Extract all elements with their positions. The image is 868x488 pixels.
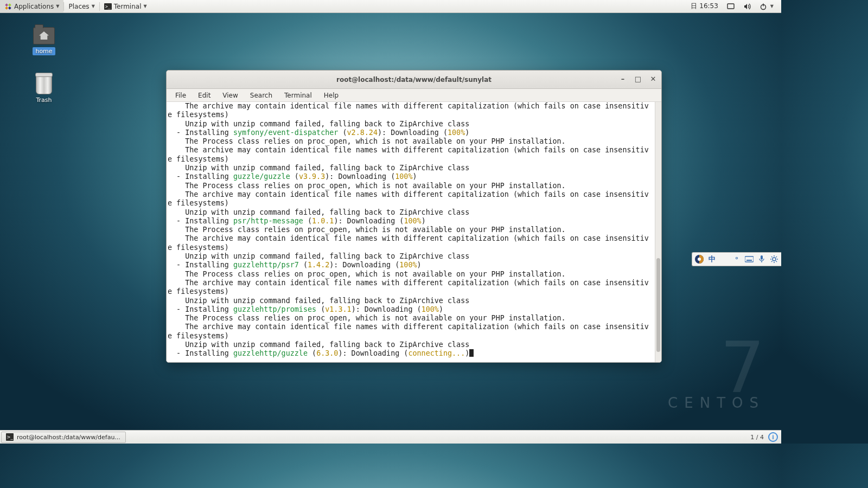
maximize-button[interactable]: □ — [633, 74, 643, 84]
ime-gear-icon[interactable] — [769, 254, 779, 264]
ime-chinese-icon[interactable]: 中 — [707, 254, 717, 264]
menu-help[interactable]: Help — [318, 90, 344, 101]
terminal-titlebar[interactable]: root@localhost:/data/www/default/sunylat… — [167, 70, 661, 89]
centos-watermark: 7 CENTOS — [668, 343, 765, 411]
chevron-down-icon: ▼ — [144, 4, 147, 9]
terminal-output[interactable]: The archive may contain identical file n… — [167, 102, 655, 362]
ime-keyboard-icon[interactable] — [744, 254, 754, 264]
menu-file[interactable]: File — [170, 90, 192, 101]
terminal-window: root@localhost:/data/www/default/sunylat… — [166, 70, 662, 363]
desktop-icon-trash[interactable]: Trash — [24, 74, 63, 104]
workspace-indicator[interactable]: 1 / 4 — [750, 434, 764, 441]
menu-view[interactable]: View — [217, 90, 243, 101]
places-menu[interactable]: Places ▼ — [64, 0, 99, 12]
terminal-app-label: Terminal — [114, 3, 142, 10]
chevron-down-icon: ▼ — [92, 4, 95, 9]
svg-rect-12 — [746, 260, 752, 261]
terminal-app-menu[interactable]: >_ Terminal ▼ — [100, 0, 151, 12]
close-button[interactable]: ✕ — [648, 74, 658, 84]
svg-rect-2 — [5, 3, 8, 7]
trash-icon — [32, 74, 56, 95]
svg-rect-8 — [763, 3, 763, 6]
top-panel-left: Applications ▼ Places ▼ >_ Terminal ▼ — [0, 0, 151, 12]
accessibility-icon[interactable]: i — [768, 432, 778, 442]
svg-rect-11 — [745, 256, 754, 262]
ime-toolbar[interactable]: 中 ° — [692, 252, 781, 266]
terminal-menubar: File Edit View Search Terminal Help — [167, 89, 661, 102]
top-panel-right: 日 16:53 ▼ — [686, 0, 781, 12]
terminal-body: The archive may contain identical file n… — [167, 102, 661, 362]
svg-text:>_: >_ — [105, 4, 111, 9]
clock-label: 日 16:53 — [691, 2, 718, 11]
scrollbar-thumb[interactable] — [656, 258, 660, 352]
terminal-scrollbar[interactable] — [655, 102, 661, 362]
window-buttons: – □ ✕ — [618, 74, 658, 84]
clock[interactable]: 日 16:53 — [686, 0, 722, 12]
taskbar-terminal[interactable]: >_ root@localhost:/data/www/defau... — [1, 432, 126, 443]
tray-volume-icon[interactable] — [739, 0, 755, 12]
svg-line-22 — [776, 256, 777, 258]
menu-search[interactable]: Search — [245, 90, 278, 101]
svg-rect-13 — [761, 255, 763, 260]
chevron-down-icon: ▼ — [770, 4, 774, 9]
ime-mic-icon[interactable] — [757, 254, 767, 264]
chevron-down-icon: ▼ — [56, 4, 59, 9]
centos-name: CENTOS — [668, 395, 765, 411]
bottom-panel-right: 1 / 4 i — [750, 432, 781, 442]
places-label: Places — [68, 3, 89, 10]
top-panel: Applications ▼ Places ▼ >_ Terminal ▼ 日 … — [0, 0, 781, 13]
menu-edit[interactable]: Edit — [193, 90, 216, 101]
ime-logo-icon[interactable] — [694, 254, 704, 264]
menu-terminal[interactable]: Terminal — [279, 90, 317, 101]
desktop-icon-label: home — [33, 47, 55, 55]
svg-line-19 — [771, 256, 773, 258]
taskbar-title: root@localhost:/data/www/defau... — [17, 434, 120, 441]
ime-punct-icon[interactable]: ° — [732, 254, 742, 264]
applications-menu[interactable]: Applications ▼ — [0, 0, 63, 12]
ime-moon-icon[interactable] — [719, 254, 729, 264]
terminal-title: root@localhost:/data/www/default/sunylat — [336, 76, 492, 84]
svg-rect-0 — [8, 3, 11, 7]
terminal-icon: >_ — [104, 3, 112, 10]
svg-rect-1 — [5, 7, 8, 10]
folder-home-icon — [32, 25, 56, 47]
bottom-panel: >_ root@localhost:/data/www/defau... 1 /… — [0, 430, 781, 444]
tray-power-icon[interactable]: ▼ — [755, 0, 778, 12]
desktop-icon-label: Trash — [36, 97, 52, 104]
svg-point-14 — [773, 258, 776, 261]
tray-screen-icon[interactable] — [723, 0, 739, 12]
svg-rect-3 — [8, 7, 11, 10]
desktop-icon-home[interactable]: home — [24, 25, 63, 55]
svg-line-21 — [771, 261, 773, 262]
svg-rect-6 — [727, 4, 734, 9]
svg-point-10 — [698, 258, 701, 261]
centos-version: 7 — [668, 343, 765, 393]
minimize-button[interactable]: – — [618, 74, 628, 84]
centos-logo-icon — [4, 3, 12, 10]
applications-label: Applications — [14, 3, 54, 10]
terminal-icon: >_ — [6, 433, 14, 441]
svg-line-20 — [776, 261, 777, 262]
